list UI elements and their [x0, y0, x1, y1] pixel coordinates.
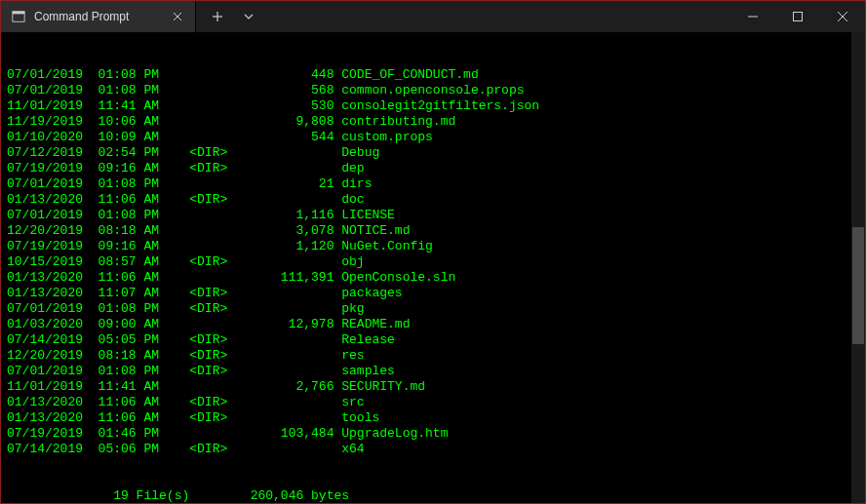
list-item: 01/13/2020 11:06 AM <DIR> doc: [7, 192, 859, 208]
list-item: 07/12/2019 02:54 PM <DIR> Debug: [7, 145, 859, 161]
list-item: 07/19/2019 01:46 PM 103,484 UpgradeLog.h…: [7, 426, 859, 442]
svg-rect-1: [13, 12, 24, 15]
scrollbar[interactable]: [851, 32, 865, 503]
scrollbar-thumb[interactable]: [852, 227, 864, 344]
list-item: 10/15/2019 08:57 AM <DIR> obj: [7, 254, 859, 270]
list-item: 07/14/2019 05:05 PM <DIR> Release: [7, 332, 859, 348]
list-item: 07/19/2019 09:16 AM 1,120 NuGet.Config: [7, 239, 859, 254]
list-item: 07/14/2019 05:06 PM <DIR> x64: [7, 442, 859, 457]
list-item: 11/19/2019 10:06 AM 9,808 contributing.m…: [7, 114, 859, 130]
list-item: 01/13/2020 11:06 AM <DIR> tools: [7, 410, 859, 426]
summary-files: 19 File(s) 260,046 bytes: [7, 488, 859, 503]
tab-command-prompt[interactable]: Command Prompt: [1, 1, 196, 32]
list-item: 12/20/2019 08:18 AM 3,078 NOTICE.md: [7, 223, 859, 239]
terminal-output[interactable]: 07/01/2019 01:08 PM 448 CODE_OF_CONDUCT.…: [1, 32, 865, 503]
tab-actions: [196, 1, 270, 32]
list-item: 11/01/2019 11:41 AM 530 consolegit2gitfi…: [7, 98, 859, 114]
list-item: 01/13/2020 11:06 AM 111,391 OpenConsole.…: [7, 270, 859, 286]
new-tab-button[interactable]: [204, 3, 231, 30]
close-button[interactable]: [820, 1, 865, 32]
list-item: 07/01/2019 01:08 PM <DIR> samples: [7, 364, 859, 379]
list-item: 07/01/2019 01:08 PM 21 dirs: [7, 176, 859, 192]
tab-dropdown-button[interactable]: [235, 3, 262, 30]
list-item: 11/01/2019 11:41 AM 2,766 SECURITY.md: [7, 379, 859, 395]
list-item: 01/03/2020 09:00 AM 12,978 README.md: [7, 317, 859, 332]
list-item: 07/19/2019 09:16 AM <DIR> dep: [7, 161, 859, 176]
list-item: 07/01/2019 01:08 PM <DIR> pkg: [7, 301, 859, 317]
maximize-button[interactable]: [775, 1, 820, 32]
svg-rect-7: [794, 13, 803, 21]
list-item: 07/01/2019 01:08 PM 448 CODE_OF_CONDUCT.…: [7, 67, 859, 83]
window-controls: [730, 1, 865, 32]
list-item: 07/01/2019 01:08 PM 1,116 LICENSE: [7, 208, 859, 223]
tab-close-button[interactable]: [170, 9, 185, 24]
titlebar-drag-area[interactable]: [270, 1, 730, 32]
list-item: 12/20/2019 08:18 AM <DIR> res: [7, 348, 859, 364]
list-item: 01/13/2020 11:07 AM <DIR> packages: [7, 286, 859, 301]
titlebar: Command Prompt: [1, 1, 865, 32]
tab-title: Command Prompt: [34, 10, 162, 23]
list-item: 01/10/2020 10:09 AM 544 custom.props: [7, 130, 859, 145]
list-item: 01/13/2020 11:06 AM <DIR> src: [7, 395, 859, 410]
minimize-button[interactable]: [730, 1, 775, 32]
directory-listing: 07/01/2019 01:08 PM 448 CODE_OF_CONDUCT.…: [7, 67, 859, 457]
list-item: 07/01/2019 01:08 PM 568 common.openconso…: [7, 83, 859, 98]
terminal-icon: [11, 9, 26, 24]
